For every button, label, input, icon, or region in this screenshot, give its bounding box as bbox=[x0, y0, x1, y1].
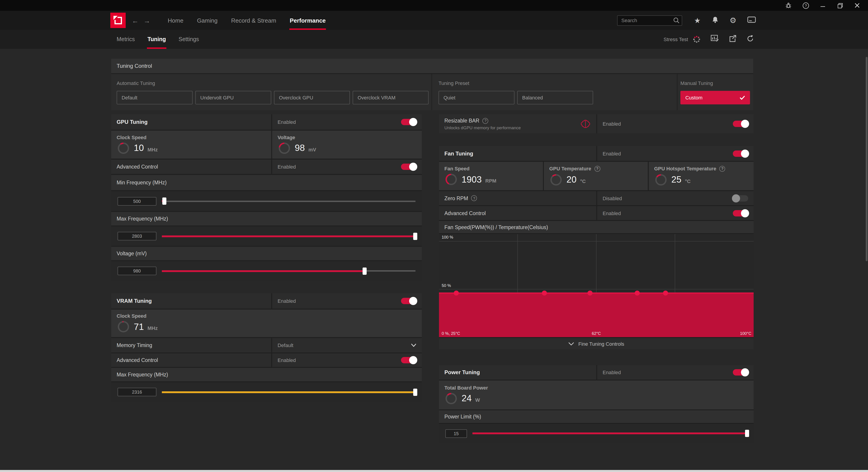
nav-home[interactable]: Home bbox=[161, 11, 190, 30]
min-frequency-input[interactable] bbox=[118, 197, 156, 206]
auto-undervolt-gpu-button[interactable]: Undervolt GPU bbox=[195, 91, 271, 104]
favorites-star-icon[interactable] bbox=[694, 16, 701, 25]
nav-gaming[interactable]: Gaming bbox=[190, 11, 224, 30]
fan-tuning-card: Fan Tuning Enabled Fan Speed 1903 RPM GP… bbox=[439, 146, 754, 349]
back-button[interactable] bbox=[129, 11, 141, 30]
max-frequency-slider-handle[interactable] bbox=[413, 232, 417, 240]
memory-timing-dropdown[interactable]: Default bbox=[272, 338, 422, 352]
vram-tuning-title: VRAM Tuning bbox=[117, 298, 152, 304]
auto-overclock-gpu-button[interactable]: Overclock GPU bbox=[274, 91, 350, 104]
tuning-control-title: Tuning Control bbox=[117, 63, 152, 69]
vram-tuning-state-label: Enabled bbox=[278, 298, 296, 304]
vram-advanced-control-label: Advanced Control bbox=[117, 357, 158, 363]
power-limit-input[interactable] bbox=[445, 429, 467, 438]
preset-balanced-button[interactable]: Balanced bbox=[517, 91, 593, 104]
fan-curve-point[interactable] bbox=[587, 290, 592, 295]
gpu-clock-value: 10 bbox=[134, 143, 144, 153]
manual-tuning-label: Manual Tuning bbox=[680, 81, 713, 86]
share-icon[interactable] bbox=[729, 35, 737, 44]
voltage-slider-handle[interactable] bbox=[363, 267, 367, 275]
settings-gear-icon[interactable] bbox=[730, 15, 737, 25]
voltage-input[interactable] bbox=[118, 266, 156, 275]
subnav-tabs: Metrics Tuning Settings bbox=[114, 30, 205, 49]
bug-report-icon[interactable] bbox=[785, 2, 792, 9]
search-input[interactable] bbox=[617, 15, 682, 26]
power-tuning-card: Power Tuning Enabled Total Board Power 2… bbox=[439, 365, 754, 443]
vram-max-frequency-input[interactable] bbox=[118, 388, 156, 396]
vram-max-frequency-slider-handle[interactable] bbox=[413, 388, 417, 396]
hotspot-temp-gauge bbox=[654, 173, 668, 186]
preset-quiet-button[interactable]: Quiet bbox=[438, 91, 515, 104]
chart-x-label-right: 100°C bbox=[740, 331, 751, 336]
resizable-bar-title: Resizable BAR bbox=[444, 118, 479, 123]
gpu-voltage-unit: mV bbox=[309, 144, 316, 152]
reset-icon[interactable] bbox=[746, 35, 754, 44]
zero-rpm-toggle[interactable] bbox=[733, 195, 748, 201]
fan-curve-point[interactable] bbox=[663, 290, 668, 295]
min-frequency-slider-handle[interactable] bbox=[162, 197, 166, 205]
main-navbar: Home Gaming Record & Stream Performance bbox=[0, 11, 868, 30]
zero-rpm-help-icon[interactable] bbox=[471, 195, 477, 201]
restore-icon[interactable] bbox=[836, 2, 844, 9]
amd-logo[interactable] bbox=[110, 13, 126, 28]
tab-settings[interactable]: Settings bbox=[172, 30, 205, 49]
gpu-clock-label: Clock Speed bbox=[117, 134, 147, 140]
max-frequency-label: Max Frequency (MHz) bbox=[117, 216, 168, 221]
vram-advanced-state-label: Enabled bbox=[278, 357, 296, 363]
resizable-bar-toggle[interactable] bbox=[733, 121, 748, 127]
max-frequency-input[interactable] bbox=[118, 232, 156, 241]
chevron-down-icon bbox=[411, 343, 416, 347]
power-limit-slider[interactable] bbox=[472, 429, 747, 437]
manual-custom-button[interactable]: Custom bbox=[680, 91, 750, 104]
minimize-icon[interactable] bbox=[819, 2, 827, 9]
min-frequency-slider[interactable] bbox=[162, 197, 415, 205]
gpu-voltage-gauge bbox=[278, 141, 291, 155]
svg-text:?: ? bbox=[804, 3, 807, 8]
resizable-bar-help-icon[interactable] bbox=[483, 118, 489, 124]
memory-timing-value: Default bbox=[278, 343, 293, 348]
vram-max-frequency-slider[interactable] bbox=[162, 388, 415, 396]
voltage-slider[interactable] bbox=[162, 267, 415, 275]
close-icon[interactable] bbox=[854, 2, 861, 9]
gpu-temp-help-icon[interactable] bbox=[594, 166, 600, 171]
fan-speed-value: 1903 bbox=[462, 174, 482, 185]
card-icon[interactable] bbox=[747, 16, 756, 25]
fan-curve-chart[interactable]: 100 % 50 % 0 %, 25°C 62°C 100°C bbox=[439, 234, 754, 337]
zero-rpm-label: Zero RPM bbox=[444, 195, 468, 201]
nav-record-stream[interactable]: Record & Stream bbox=[224, 11, 283, 30]
stress-test-label: Stress Test bbox=[664, 37, 688, 42]
auto-default-button[interactable]: Default bbox=[117, 91, 193, 104]
power-tuning-toggle[interactable] bbox=[733, 369, 748, 376]
tab-tuning[interactable]: Tuning bbox=[141, 30, 172, 49]
tuning-control-panel: Tuning Control Automatic Tuning Default … bbox=[111, 59, 753, 110]
metrics-chart-icon[interactable] bbox=[711, 35, 719, 44]
fan-tuning-toggle[interactable] bbox=[733, 150, 748, 157]
max-frequency-slider[interactable] bbox=[162, 232, 415, 240]
tab-metrics[interactable]: Metrics bbox=[114, 30, 141, 49]
fan-curve-point[interactable] bbox=[635, 290, 640, 295]
bell-icon[interactable] bbox=[712, 15, 719, 25]
fine-tuning-controls-expander[interactable]: Fine Tuning Controls bbox=[439, 338, 754, 349]
power-limit-slider-handle[interactable] bbox=[745, 430, 749, 437]
vram-tuning-toggle[interactable] bbox=[401, 298, 416, 304]
fan-curve-point[interactable] bbox=[454, 290, 459, 295]
hotspot-temp-help-icon[interactable] bbox=[719, 166, 725, 171]
auto-overclock-vram-button[interactable]: Overclock VRAM bbox=[352, 91, 429, 104]
nav-performance[interactable]: Performance bbox=[283, 11, 333, 30]
forward-button[interactable] bbox=[141, 11, 153, 30]
fan-advanced-control-toggle[interactable] bbox=[733, 210, 748, 216]
voltage-slider-label: Voltage (mV) bbox=[117, 251, 147, 256]
nav-items: Home Gaming Record & Stream Performance bbox=[161, 11, 333, 30]
gpu-advanced-control-toggle[interactable] bbox=[401, 164, 416, 170]
search-box bbox=[617, 15, 682, 26]
help-icon[interactable]: ? bbox=[802, 2, 809, 9]
scrollbar-thumb[interactable] bbox=[866, 57, 868, 261]
fan-advanced-state-label: Enabled bbox=[602, 210, 621, 216]
fan-curve-area bbox=[439, 293, 754, 337]
gpu-tuning-toggle[interactable] bbox=[401, 119, 416, 125]
vram-advanced-control-toggle[interactable] bbox=[401, 357, 416, 363]
hotspot-temp-unit: °C bbox=[685, 176, 691, 184]
automatic-tuning-group: Automatic Tuning Default Undervolt GPU O… bbox=[117, 78, 429, 104]
fan-curve-point[interactable] bbox=[542, 290, 547, 295]
stress-test-control[interactable]: Stress Test bbox=[664, 35, 701, 43]
